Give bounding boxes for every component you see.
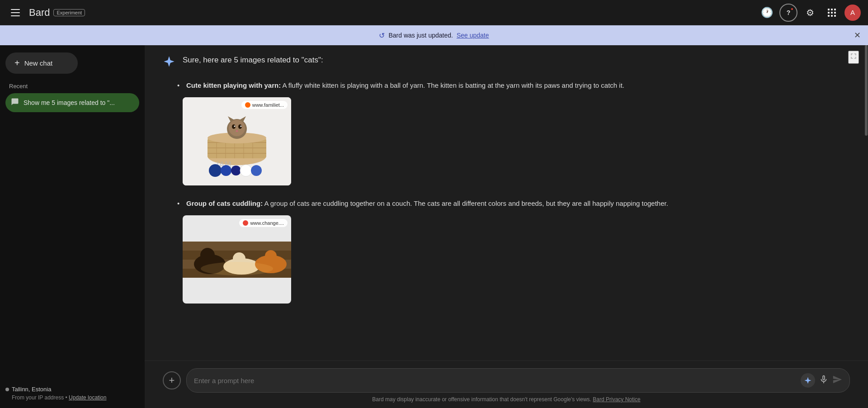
item-1-bold: Cute kitten playing with yarn:: [186, 81, 281, 89]
experiment-badge: Experiment: [53, 9, 85, 16]
response-item-text-2: Group of cats cuddling: A group of cats …: [183, 198, 841, 209]
response-item-text-1: Cute kitten playing with yarn: A fluffy …: [183, 80, 841, 91]
update-banner: ↺ Bard was just updated. See update ✕: [0, 25, 868, 45]
svg-point-35: [251, 165, 262, 176]
bard-assist-button[interactable]: [801, 373, 815, 388]
scrollbar-thumb[interactable]: [865, 45, 868, 136]
svg-point-42: [200, 248, 215, 262]
scrollbar[interactable]: [864, 45, 868, 408]
response-content: Cute kitten playing with yarn: A fluffy …: [183, 80, 841, 305]
prompt-input[interactable]: [194, 377, 795, 384]
topbar: Bard Experiment 🕐 ? ⚙ A: [0, 0, 868, 25]
chat-scroll[interactable]: Sure, here are 5 images related to "cats…: [145, 45, 868, 361]
response-header: Sure, here are 5 images related to "cats…: [163, 54, 841, 71]
prompt-input-wrapper: [186, 368, 850, 393]
location-city: Tallinn, Estonia: [12, 386, 51, 393]
chat-item-label: Show me 5 images related to "...: [24, 99, 115, 106]
input-area: +: [145, 361, 868, 408]
plus-icon: +: [14, 58, 20, 68]
location-sub: From your IP address • Update location: [5, 394, 139, 401]
svg-rect-6: [828, 15, 830, 17]
microphone-button[interactable]: [819, 375, 829, 387]
svg-point-34: [240, 165, 252, 176]
expand-button[interactable]: [848, 51, 859, 64]
recent-label: Recent: [5, 83, 139, 90]
svg-point-47: [201, 262, 273, 275]
location-text: Tallinn, Estonia: [5, 386, 139, 393]
see-update-link[interactable]: See update: [457, 32, 489, 39]
item-2-bold: Group of cats cuddling:: [186, 199, 263, 207]
svg-rect-1: [831, 9, 833, 10]
image-source-badge-1[interactable]: www.familiet...: [241, 101, 288, 109]
item-1-text: A fluffy white kitten is playing with a …: [281, 81, 624, 89]
source-url-1: www.familiet...: [252, 102, 284, 108]
bard-logo-text: Bard: [29, 7, 50, 19]
disclaimer-text: Bard may display inaccurate or offensive…: [372, 396, 591, 403]
source-url-2: www.change....: [250, 220, 284, 226]
kitten-image: IAM...: [183, 97, 291, 185]
sidebar: + New chat Recent Show me 5 images relat…: [0, 45, 145, 408]
svg-rect-0: [828, 9, 830, 10]
notification-dot: [790, 7, 794, 11]
privacy-notice-link[interactable]: Bard Privacy Notice: [593, 396, 640, 403]
svg-point-27: [234, 126, 236, 127]
menu-button[interactable]: [7, 5, 24, 20]
favicon-2: [243, 220, 248, 226]
chat-icon: [11, 98, 19, 108]
svg-point-28: [241, 126, 242, 127]
history-button[interactable]: 🕐: [758, 4, 776, 22]
cats-image: [183, 215, 291, 304]
favicon-1: [245, 102, 250, 108]
location-from: From your IP address: [12, 394, 64, 401]
new-chat-label: New chat: [24, 59, 53, 67]
svg-rect-3: [828, 12, 830, 14]
topbar-right: 🕐 ? ⚙ A: [758, 4, 861, 22]
svg-point-31: [209, 164, 222, 177]
image-source-badge-2[interactable]: www.change....: [239, 219, 288, 227]
svg-rect-4: [831, 12, 833, 14]
response-item-2: Group of cats cuddling: A group of cats …: [183, 198, 841, 305]
add-button[interactable]: +: [163, 371, 181, 389]
help-button[interactable]: ?: [779, 4, 797, 22]
input-row: +: [163, 368, 850, 393]
send-button[interactable]: [832, 375, 842, 387]
update-message: Bard was just updated.: [388, 32, 453, 39]
response-item-1: Cute kitten playing with yarn: A fluffy …: [183, 80, 841, 187]
svg-point-33: [231, 166, 241, 176]
image-container-2[interactable]: www.change....: [183, 215, 291, 304]
svg-point-46: [265, 250, 277, 262]
input-right-icons: [801, 373, 842, 388]
sidebar-footer: Tallinn, Estonia From your IP address • …: [5, 379, 139, 401]
update-icon: ↺: [379, 31, 385, 40]
chat-area: Sure, here are 5 images related to "cats…: [145, 45, 868, 408]
image-container-1[interactable]: IAM... www.familiet...: [183, 97, 291, 185]
topbar-left: Bard Experiment: [7, 5, 758, 20]
disclaimer: Bard may display inaccurate or offensive…: [163, 393, 850, 404]
bard-logo: Bard Experiment: [29, 7, 85, 19]
sidebar-item-recent-chat[interactable]: Show me 5 images related to "...: [5, 93, 139, 112]
item-2-text: A group of cats are cuddling together on…: [263, 199, 668, 207]
settings-button[interactable]: ⚙: [801, 4, 819, 22]
response-title: Sure, here are 5 images related to "cats…: [183, 54, 323, 66]
avatar[interactable]: A: [844, 5, 861, 21]
location-dot: [5, 388, 9, 391]
main-layout: + New chat Recent Show me 5 images relat…: [0, 45, 868, 408]
bard-sparkle-icon: [163, 55, 175, 71]
svg-rect-7: [831, 15, 833, 17]
new-chat-button[interactable]: + New chat: [5, 52, 78, 74]
svg-point-22: [229, 120, 245, 136]
update-location-link[interactable]: Update location: [69, 394, 106, 401]
svg-rect-8: [834, 15, 836, 17]
apps-button[interactable]: [823, 4, 841, 22]
banner-close-button[interactable]: ✕: [854, 30, 861, 40]
svg-point-32: [221, 165, 231, 176]
svg-rect-37: [183, 242, 291, 251]
svg-rect-5: [834, 12, 836, 14]
svg-rect-2: [834, 9, 836, 10]
